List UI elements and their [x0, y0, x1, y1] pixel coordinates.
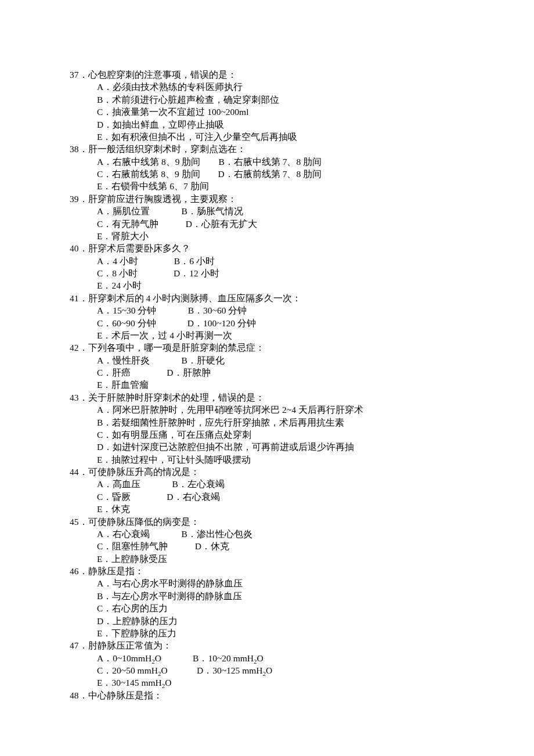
options: A．与右心房水平时测得的静脉血压B．与左心房水平时测得的静脉血压C．右心房的压力…	[70, 577, 534, 639]
question-number: 42．	[70, 343, 88, 352]
option-row: C．60~90 分钟 D．100~120 分钟	[97, 317, 534, 329]
option-row: A．慢性肝炎 B．肝硬化	[97, 354, 534, 366]
option-row: C．8 小时 D．12 小时	[97, 267, 534, 279]
option-row: E．休克	[97, 503, 534, 515]
question: 42．下列各项中，哪一项是肝脏穿刺的禁忌症：A．慢性肝炎 B．肝硬化C．肝癌 D…	[70, 341, 534, 391]
option-row: B．术前须进行心脏超声检查，确定穿刺部位	[97, 93, 534, 106]
option-row: A．4 小时 B．6 小时	[97, 255, 534, 267]
question: 46．静脉压是指：A．与右心房水平时测得的静脉血压B．与左心房水平时测得的静脉血…	[70, 565, 534, 639]
question-stem: 42．下列各项中，哪一项是肝脏穿刺的禁忌症：	[70, 341, 534, 354]
option-row: C．有无肺气肿 D．心脏有无扩大	[97, 218, 534, 230]
question: 45．可使静脉压降低的病变是：A．右心衰竭 B．渗出性心包炎C．阻塞性肺气肿 D…	[70, 516, 534, 566]
document-body: 37．心包腔穿刺的注意事项，错误的是：A．必须由技术熟练的专科医师执行B．术前须…	[70, 69, 534, 701]
question-stem: 46．静脉压是指：	[70, 565, 534, 577]
question-number: 47．	[70, 640, 88, 650]
question-stem-text: 肝穿术后需要卧床多久？	[88, 243, 190, 253]
question-stem-text: 肝穿前应进行胸腹透视，主要观察：	[88, 194, 237, 204]
option-row: E．抽脓过程中，可让针头随呼吸摆动	[97, 453, 534, 466]
option-row: A．必须由技术熟练的专科医师执行	[97, 81, 534, 93]
options: A．高血压 B．左心衰竭C．昏厥 D．右心衰竭E．休克	[70, 478, 534, 515]
option-row: A．0~10mmH2O B．10~20 mmH2O	[97, 652, 534, 664]
option-row: A．右心衰竭 B．渗出性心包炎	[97, 528, 534, 540]
options: A．4 小时 B．6 小时C．8 小时 D．12 小时E．24 小时	[70, 255, 534, 292]
question-stem-text: 肝一般活组织穿刺术时，穿刺点选在：	[88, 144, 246, 154]
question-number: 48．	[70, 690, 88, 700]
question-number: 43．	[70, 393, 88, 402]
option-row: E．如有积液但抽不出，可注入少量空气后再抽吸	[97, 131, 534, 143]
option-row: D．上腔静脉的压力	[97, 615, 534, 627]
option-row: C．如有明显压痛，可在压痛点处穿刺	[97, 429, 534, 441]
question-stem-text: 静脉压是指：	[88, 566, 144, 576]
option-row: A．高血压 B．左心衰竭	[97, 478, 534, 490]
question-number: 41．	[70, 293, 88, 303]
question: 39．肝穿前应进行胸腹透视，主要观察：A．膈肌位置 B．肠胀气情况C．有无肺气肿…	[70, 193, 534, 243]
options: A．慢性肝炎 B．肝硬化C．肝癌 D．肝脓肿E．肝血管瘤	[70, 354, 534, 391]
question-stem-text: 中心静脉压是指：	[88, 690, 163, 700]
options: A．右腋中线第 8、9 肋间 B．右腋中线第 7、8 肋间C．右腋前线第 8、9…	[70, 156, 534, 193]
option-row: C．昏厥 D．右心衰竭	[97, 491, 534, 503]
option-row: D．如抽出鲜血，立即停止抽吸	[97, 118, 534, 131]
options: A．膈肌位置 B．肠胀气情况C．有无肺气肿 D．心脏有无扩大E．肾脏大小	[70, 205, 534, 242]
option-row: C．肝癌 D．肝脓肿	[97, 366, 534, 379]
question: 48．中心静脉压是指：	[70, 689, 534, 701]
option-row: E．上腔静脉受压	[97, 553, 534, 565]
question-number: 46．	[70, 566, 88, 576]
option-row: E．下腔静脉的压力	[97, 627, 534, 639]
option-row: A．与右心房水平时测得的静脉血压	[97, 577, 534, 589]
question: 47．肘静脉压正常值为：A．0~10mmH2O B．10~20 mmH2OC．2…	[70, 639, 534, 689]
question: 40．肝穿术后需要卧床多久？A．4 小时 B．6 小时C．8 小时 D．12 小…	[70, 242, 534, 292]
question-stem: 39．肝穿前应进行胸腹透视，主要观察：	[70, 193, 534, 205]
option-row: A．阿米巴肝脓肿时，先用甲硝唑等抗阿米巴 2~4 天后再行肝穿术	[97, 404, 534, 416]
option-row: A．膈肌位置 B．肠胀气情况	[97, 205, 534, 217]
question: 43．关于肝脓肿时肝穿刺术的处理，错误的是：A．阿米巴肝脓肿时，先用甲硝唑等抗阿…	[70, 391, 534, 466]
question-stem: 43．关于肝脓肿时肝穿刺术的处理，错误的是：	[70, 391, 534, 404]
question-stem-text: 可使静脉压升高的情况是：	[88, 467, 200, 477]
option-row: C．右心房的压力	[97, 602, 534, 614]
option-row: B．与左心房水平时测得的静脉血压	[97, 590, 534, 602]
option-row: C．20~50 mmH2O D．30~125 mmH2O	[97, 664, 534, 676]
option-row: E．肝血管瘤	[97, 379, 534, 391]
option-row: D．如进针深度已达脓腔但抽不出脓，可再前进或后退少许再抽	[97, 441, 534, 453]
question-stem-text: 下列各项中，哪一项是肝脏穿刺的禁忌症：	[88, 343, 265, 352]
option-row: E．24 小时	[97, 279, 534, 291]
option-row: E．肾脏大小	[97, 230, 534, 242]
option-row: C．阻塞性肺气肿 D．休克	[97, 540, 534, 552]
question-number: 39．	[70, 194, 88, 204]
question-stem: 40．肝穿术后需要卧床多久？	[70, 242, 534, 254]
question-stem-text: 心包腔穿刺的注意事项，错误的是：	[88, 70, 237, 80]
question-stem: 41．肝穿刺术后的 4 小时内测脉搏、血压应隔多久一次：	[70, 292, 534, 304]
question: 41．肝穿刺术后的 4 小时内测脉搏、血压应隔多久一次：A．15~30 分钟 B…	[70, 292, 534, 342]
question-number: 37．	[70, 70, 88, 80]
option-row: C．抽液量第一次不宜超过 100~200ml	[97, 106, 534, 118]
option-row: B．若疑细菌性肝脓肿时，应先行肝穿抽脓，术后再用抗生素	[97, 416, 534, 429]
question: 38．肝一般活组织穿刺术时，穿刺点选在：A．右腋中线第 8、9 肋间 B．右腋中…	[70, 143, 534, 193]
question-stem: 38．肝一般活组织穿刺术时，穿刺点选在：	[70, 143, 534, 155]
option-row: E．右锁骨中线第 6、7 肋间	[97, 180, 534, 192]
question-stem: 45．可使静脉压降低的病变是：	[70, 516, 534, 528]
options: A．必须由技术熟练的专科医师执行B．术前须进行心脏超声检查，确定穿刺部位C．抽液…	[70, 81, 534, 143]
option-row: E．30~145 mmH2O	[97, 676, 534, 689]
question-stem-text: 肘静脉压正常值为：	[88, 640, 172, 650]
question: 44．可使静脉压升高的情况是：A．高血压 B．左心衰竭C．昏厥 D．右心衰竭E．…	[70, 466, 534, 516]
option-row: C．右腋前线第 8、9 肋间 D．右腋前线第 7、8 肋间	[97, 168, 534, 180]
question-stem: 37．心包腔穿刺的注意事项，错误的是：	[70, 69, 534, 81]
question-number: 44．	[70, 467, 88, 477]
question-stem: 44．可使静脉压升高的情况是：	[70, 466, 534, 478]
option-row: A．15~30 分钟 B．30~60 分钟	[97, 304, 534, 316]
question-number: 40．	[70, 243, 88, 253]
option-row: E．术后一次，过 4 小时再测一次	[97, 329, 534, 341]
question-number: 38．	[70, 144, 88, 154]
question-stem: 47．肘静脉压正常值为：	[70, 639, 534, 651]
options: A．阿米巴肝脓肿时，先用甲硝唑等抗阿米巴 2~4 天后再行肝穿术B．若疑细菌性肝…	[70, 404, 534, 466]
options: A．0~10mmH2O B．10~20 mmH2OC．20~50 mmH2O D…	[70, 652, 534, 689]
question-stem-text: 关于肝脓肿时肝穿刺术的处理，错误的是：	[88, 393, 265, 402]
question: 37．心包腔穿刺的注意事项，错误的是：A．必须由技术熟练的专科医师执行B．术前须…	[70, 69, 534, 143]
options: A．15~30 分钟 B．30~60 分钟C．60~90 分钟 D．100~12…	[70, 304, 534, 341]
option-row: A．右腋中线第 8、9 肋间 B．右腋中线第 7、8 肋间	[97, 156, 534, 168]
question-stem: 48．中心静脉压是指：	[70, 689, 534, 701]
options: A．右心衰竭 B．渗出性心包炎C．阻塞性肺气肿 D．休克E．上腔静脉受压	[70, 528, 534, 565]
question-number: 45．	[70, 517, 88, 527]
question-stem-text: 肝穿刺术后的 4 小时内测脉搏、血压应隔多久一次：	[88, 293, 302, 303]
question-stem-text: 可使静脉压降低的病变是：	[88, 517, 200, 527]
